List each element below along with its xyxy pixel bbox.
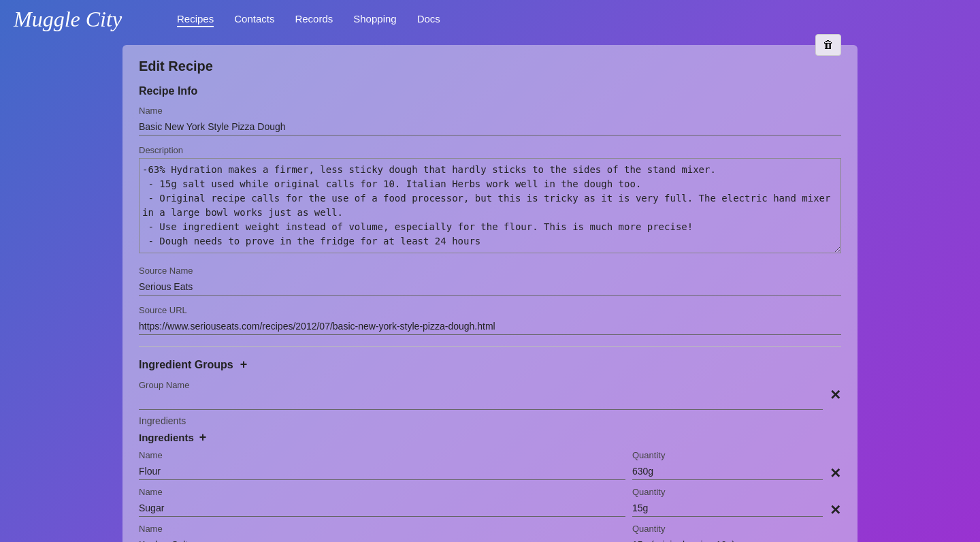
ingredient-row: Name Quantity ✕: [139, 487, 841, 517]
ingredient-qty-input-0[interactable]: [632, 463, 823, 480]
navbar: Muggle City Recipes Contacts Records Sho…: [0, 0, 980, 38]
ingredient-qty-label-1: Quantity: [632, 487, 823, 497]
ingredient-fields-1: Name Quantity ✕: [139, 487, 841, 517]
ingredient-name-group-0: Name: [139, 450, 625, 480]
page-header: Edit Recipe 🗑: [139, 59, 841, 85]
ingredient-name-input-2[interactable]: [139, 537, 625, 542]
ingredient-qty-group-0: Quantity: [632, 450, 823, 480]
source-url-label: Source URL: [139, 305, 841, 315]
ingredient-qty-input-1[interactable]: [632, 500, 823, 517]
ingredient-name-input-1[interactable]: [139, 500, 625, 517]
ingredient-fields-0: Name Quantity ✕: [139, 450, 841, 480]
ingredient-name-label-2: Name: [139, 524, 625, 534]
nav-link-contacts[interactable]: Contacts: [234, 13, 274, 25]
section-divider: [139, 346, 841, 347]
ingredient-group: Group Name ✕ Ingredients Ingredients + N…: [139, 380, 841, 542]
group-name-field: Group Name: [139, 380, 823, 410]
description-label: Description: [139, 145, 841, 155]
ingredient-groups-header: Ingredient Groups +: [139, 357, 841, 372]
nav-link-docs[interactable]: Docs: [417, 13, 440, 25]
ingredients-subheader-label: Ingredients: [139, 432, 194, 443]
nav-item-shopping[interactable]: Shopping: [353, 13, 396, 25]
ingredient-name-label-1: Name: [139, 487, 625, 497]
ingredient-qty-label-2: Quantity: [632, 524, 823, 534]
nav-link-records[interactable]: Records: [295, 13, 333, 25]
delete-recipe-button[interactable]: 🗑: [815, 34, 841, 56]
ingredient-qty-input-2[interactable]: [632, 537, 823, 542]
ingredient-name-input-0[interactable]: [139, 463, 625, 480]
source-name-label: Source Name: [139, 266, 841, 276]
remove-ingredient-button-0[interactable]: ✕: [830, 466, 841, 480]
nav-links: Recipes Contacts Records Shopping Docs: [177, 13, 440, 25]
ingredients-subheader: Ingredients +: [139, 430, 841, 445]
ingredient-row: Name Quantity ✕: [139, 524, 841, 542]
source-name-input[interactable]: [139, 278, 841, 296]
nav-item-docs[interactable]: Docs: [417, 13, 440, 25]
ingredient-name-label-0: Name: [139, 450, 625, 460]
ingredient-name-group-1: Name: [139, 487, 625, 517]
nav-item-recipes[interactable]: Recipes: [177, 13, 214, 25]
nav-item-records[interactable]: Records: [295, 13, 333, 25]
description-textarea[interactable]: [139, 158, 841, 253]
name-input[interactable]: [139, 118, 841, 136]
ingredient-fields-2: Name Quantity ✕: [139, 524, 841, 542]
page-title: Edit Recipe: [139, 59, 213, 74]
ingredient-qty-group-1: Quantity: [632, 487, 823, 517]
group-name-label: Group Name: [139, 380, 823, 390]
add-group-button[interactable]: +: [239, 357, 249, 372]
remove-ingredient-button-1[interactable]: ✕: [830, 503, 841, 517]
ingredient-qty-group-2: Quantity: [632, 524, 823, 542]
source-url-input[interactable]: [139, 318, 841, 335]
recipe-info-heading: Recipe Info: [139, 85, 841, 97]
source-url-field-group: Source URL: [139, 305, 841, 335]
name-label: Name: [139, 106, 841, 116]
add-ingredient-button[interactable]: +: [198, 430, 208, 445]
name-field-group: Name: [139, 106, 841, 136]
group-name-row: Group Name ✕: [139, 380, 841, 410]
ingredient-row: Name Quantity ✕: [139, 450, 841, 480]
group-name-input[interactable]: [139, 393, 823, 410]
ingredient-rows-container: Name Quantity ✕ Name Quantity ✕ Name: [139, 450, 841, 542]
remove-group-button[interactable]: ✕: [830, 388, 841, 402]
nav-item-contacts[interactable]: Contacts: [234, 13, 274, 25]
ingredient-qty-label-0: Quantity: [632, 450, 823, 460]
nav-link-recipes[interactable]: Recipes: [177, 13, 214, 27]
ingredients-label: Ingredients: [139, 415, 841, 426]
source-name-field-group: Source Name: [139, 266, 841, 296]
ingredient-name-group-2: Name: [139, 524, 625, 542]
brand-logo: Muggle City: [14, 7, 150, 32]
description-field-group: Description: [139, 145, 841, 256]
main-content: Edit Recipe 🗑 Recipe Info Name Descripti…: [122, 45, 858, 542]
nav-link-shopping[interactable]: Shopping: [353, 13, 396, 25]
ingredient-groups-label: Ingredient Groups: [139, 359, 233, 371]
